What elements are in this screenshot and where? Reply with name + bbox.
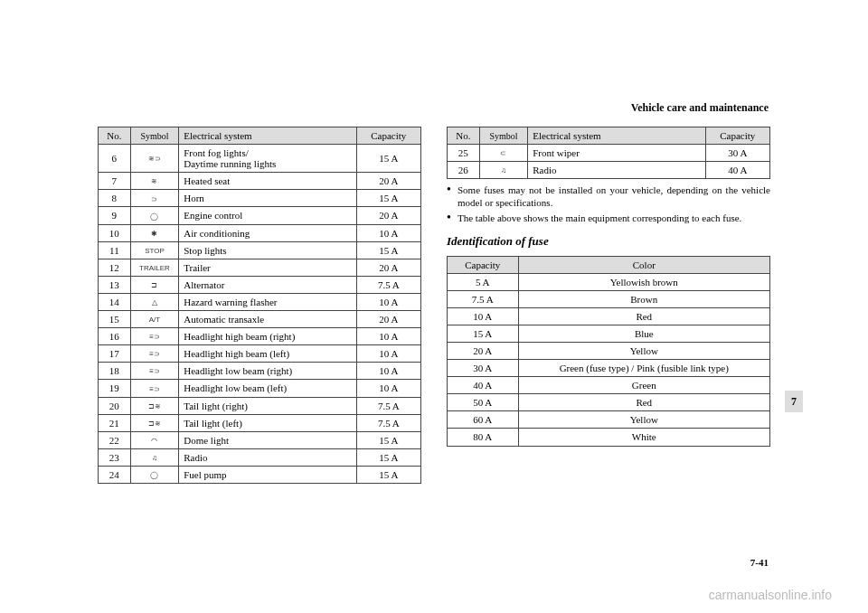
cell-symbol-icon: ⊂ [479,145,528,162]
table-header-row: Capacity Color [448,256,770,273]
cell-symbol-icon: TRAILER [130,259,179,276]
watermark: carmanualsonline.info [709,588,832,602]
cell-color: Yellowish brown [518,273,769,290]
cell-capacity: 10 A [448,307,519,325]
cell-color: Yellow [518,343,769,360]
cell-capacity: 15 A [356,448,420,466]
cell-symbol-icon: △ [130,293,179,310]
cell-symbol-icon: ◯ [130,466,179,483]
cell-no: 12 [99,259,131,276]
cell-no: 6 [99,145,131,173]
cell-symbol-icon: ✱ [130,224,179,241]
cell-no: 10 [99,224,131,241]
cell-capacity: 10 A [356,328,420,345]
table-row: 10✱Air conditioning10 A [99,224,421,241]
cell-symbol-icon: ◠ [130,431,179,448]
table-row: 17≡⊃Headlight high beam (left)10 A [99,345,421,363]
left-column: No. Symbol Electrical system Capacity 6≋… [98,127,421,484]
table-row: 18≡⊃Headlight low beam (right)10 A [99,363,421,380]
cell-system: Radio [528,162,705,179]
table-row: 13⊐Alternator7.5 A [99,276,421,293]
cell-no: 23 [99,448,131,466]
cell-color: Red [518,307,769,325]
cell-system: Engine control [179,207,356,224]
cell-capacity: 30 A [448,360,519,377]
table-row: 25⊂Front wiper30 A [448,145,770,162]
table-row: 23♫Radio15 A [99,448,421,466]
cell-no: 20 [99,397,131,414]
cell-no: 15 [99,311,131,328]
table-row: 7.5 ABrown [448,290,770,307]
cell-capacity: 10 A [356,345,420,363]
cell-system: Dome light [179,431,356,448]
cell-color: Yellow [518,411,769,429]
table-row: 50 ARed [448,394,770,411]
cell-no: 19 [99,380,131,397]
cell-capacity: 15 A [356,190,420,207]
cell-capacity: 15 A [448,325,519,342]
section-tab: 7 [785,391,803,412]
header-color: Color [518,256,769,273]
cell-capacity: 5 A [448,273,519,290]
table-row: 7≋Heated seat20 A [99,173,421,190]
table-row: 16≡⊃Headlight high beam (right)10 A [99,328,421,345]
cell-capacity: 10 A [356,380,420,397]
table-row: 40 AGreen [448,377,770,394]
cell-symbol-icon: ≋⊃ [130,145,179,173]
cell-capacity: 15 A [356,241,420,259]
cell-system: Hazard warning flasher [179,293,356,310]
section-title: Vehicle care and maintenance [631,101,769,115]
cell-capacity: 10 A [356,363,420,380]
cell-color: Brown [518,290,769,307]
table-row: 22◠Dome light15 A [99,431,421,448]
table-header-row: No. Symbol Electrical system Capacity [99,127,421,145]
cell-no: 22 [99,431,131,448]
table-row: 8⊃Horn15 A [99,190,421,207]
cell-system: Radio [179,448,356,466]
cell-symbol-icon: ≋ [130,173,179,190]
header-capacity: Capacity [705,127,769,145]
cell-color: White [518,429,769,446]
table-row: 21⊐≋Tail light (left)7.5 A [99,414,421,431]
header-no: No. [448,127,480,145]
cell-system: Front fog lights/Daytime running lights [179,145,356,173]
cell-capacity: 10 A [356,224,420,241]
cell-no: 14 [99,293,131,310]
cell-no: 8 [99,190,131,207]
fuse-color-body: 5 AYellowish brown7.5 ABrown10 ARed15 AB… [448,273,770,446]
cell-system: Alternator [179,276,356,293]
table-row: 15A/TAutomatic transaxle20 A [99,311,421,328]
cell-no: 13 [99,276,131,293]
cell-capacity: 30 A [705,145,769,162]
cell-capacity: 20 A [356,173,420,190]
table1-body: 6≋⊃Front fog lights/Daytime running ligh… [99,145,421,484]
fuse-color-table: Capacity Color 5 AYellowish brown7.5 ABr… [447,256,770,447]
table-row: 20⊐≋Tail light (right)7.5 A [99,397,421,414]
cell-symbol-icon: ≡⊃ [130,380,179,397]
header-system: Electrical system [179,127,356,145]
cell-capacity: 7.5 A [356,414,420,431]
notes-list: Some fuses may not be installed on your … [447,184,770,224]
cell-system: Stop lights [179,241,356,259]
cell-symbol-icon: ♫ [130,448,179,466]
table2-body: 25⊂Front wiper30 A26♫Radio40 A [448,145,770,179]
table-row: 30 AGreen (fuse type) / Pink (fusible li… [448,360,770,377]
cell-capacity: 20 A [356,207,420,224]
cell-color: Green [518,377,769,394]
cell-no: 9 [99,207,131,224]
cell-no: 7 [99,173,131,190]
cell-symbol-icon: ⊐≋ [130,414,179,431]
cell-capacity: 40 A [705,162,769,179]
cell-symbol-icon: A/T [130,311,179,328]
table-row: 5 AYellowish brown [448,273,770,290]
page: Vehicle care and maintenance No. Symbol … [0,0,868,613]
cell-capacity: 40 A [448,377,519,394]
content-columns: No. Symbol Electrical system Capacity 6≋… [98,127,770,484]
table-row: 11STOPStop lights15 A [99,241,421,259]
cell-system: Automatic transaxle [179,311,356,328]
cell-system: Headlight high beam (right) [179,328,356,345]
table-header-row: No. Symbol Electrical system Capacity [448,127,770,145]
cell-capacity: 7.5 A [448,290,519,307]
table-row: 24◯Fuel pump15 A [99,466,421,483]
cell-capacity: 7.5 A [356,397,420,414]
